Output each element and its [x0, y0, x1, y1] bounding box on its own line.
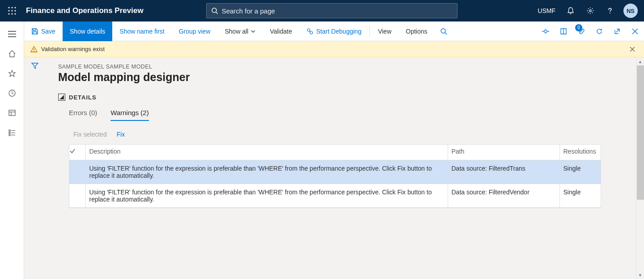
page-title: Model mapping designer [58, 71, 644, 84]
cell-path: Data source: FilteredTrans [448, 160, 559, 184]
validate-label: Validate [270, 28, 292, 35]
settings-button[interactable] [581, 0, 599, 21]
action-bar: Save Show details Show name first Group … [24, 21, 644, 41]
row-select-cell[interactable] [69, 160, 85, 184]
nav-recent[interactable] [0, 83, 24, 103]
find-button[interactable] [435, 21, 453, 41]
start-debugging-button[interactable]: Start Debugging [299, 21, 369, 41]
user-avatar[interactable]: NS [623, 4, 638, 18]
popout-icon [614, 28, 621, 35]
scroll-down-arrow[interactable]: ▼ [636, 271, 644, 279]
validation-banner: Validation warnings exist [24, 41, 644, 57]
attachments-button[interactable]: 0 [572, 21, 590, 41]
vertical-scrollbar[interactable]: ▲ ▼ [636, 57, 644, 279]
col-resolutions[interactable]: Resolutions [559, 145, 601, 160]
svg-point-34 [34, 51, 34, 52]
scroll-thumb[interactable] [637, 65, 644, 200]
options-label: Options [406, 28, 427, 35]
tab-errors[interactable]: Errors (0) [69, 109, 97, 121]
options-menu[interactable]: Options [398, 21, 434, 41]
refresh-button[interactable] [590, 21, 608, 41]
svg-point-4 [11, 10, 13, 11]
table-row[interactable]: Using 'FILTER' function for the expressi… [69, 184, 601, 207]
col-path[interactable]: Path [448, 145, 559, 160]
fix-button[interactable]: Fix [117, 131, 125, 138]
start-debugging-label: Start Debugging [316, 28, 361, 35]
help-button[interactable] [601, 0, 619, 21]
details-label: DETAILS [69, 94, 97, 101]
left-nav-rail [0, 21, 24, 279]
svg-point-12 [610, 13, 610, 13]
tab-warnings[interactable]: Warnings (2) [110, 109, 148, 121]
show-name-first-label: Show name first [119, 28, 164, 35]
company-picker[interactable]: USMF [533, 7, 560, 14]
show-all-label: Show all [225, 28, 249, 35]
save-button[interactable]: Save [24, 21, 63, 41]
svg-point-29 [441, 29, 445, 33]
global-search-input[interactable] [218, 7, 453, 15]
cell-description: Using 'FILTER' function for the expressi… [85, 160, 448, 184]
page-options-button[interactable] [555, 21, 572, 41]
cell-description: Using 'FILTER' function for the expressi… [85, 184, 448, 207]
nav-workspaces[interactable] [0, 103, 24, 123]
svg-point-2 [14, 7, 16, 8]
svg-line-28 [309, 31, 310, 32]
details-section-toggle[interactable]: DETAILS [58, 94, 644, 101]
personalize-button[interactable] [537, 21, 555, 41]
modules-icon [8, 129, 16, 137]
scroll-up-arrow[interactable]: ▲ [636, 57, 644, 65]
cell-resolutions: Single [559, 184, 601, 207]
filter-icon [31, 62, 39, 70]
show-all-dropdown[interactable]: Show all [218, 21, 263, 41]
svg-point-8 [14, 13, 16, 14]
banner-message: Validation warnings exist [41, 46, 105, 52]
diamond-icon [542, 28, 549, 35]
search-icon [211, 7, 218, 14]
chevron-down-icon [251, 29, 255, 34]
home-icon [8, 50, 16, 58]
hamburger-icon [8, 31, 16, 37]
global-search[interactable] [206, 3, 458, 18]
svg-line-30 [445, 33, 447, 34]
breadcrumb: SAMPLE MODEL SAMPLE MODEL [58, 64, 644, 70]
save-icon [31, 28, 38, 35]
gear-icon [586, 7, 594, 15]
grid-header-row: Description Path Resolutions [69, 145, 601, 160]
svg-point-11 [589, 10, 591, 12]
question-icon [606, 7, 614, 15]
select-all-header[interactable] [69, 145, 85, 160]
save-label: Save [41, 28, 55, 35]
close-page-button[interactable] [626, 21, 644, 41]
popout-button[interactable] [608, 21, 626, 41]
show-details-button[interactable]: Show details [63, 21, 112, 41]
separator [369, 26, 370, 37]
debug-icon [306, 28, 314, 35]
validate-button[interactable]: Validate [263, 21, 299, 41]
group-view-button[interactable]: Group view [172, 21, 218, 41]
svg-point-7 [11, 13, 13, 14]
show-name-first-button[interactable]: Show name first [112, 21, 171, 41]
close-icon [632, 28, 638, 34]
checkmark-icon [69, 148, 76, 154]
col-description[interactable]: Description [85, 145, 448, 160]
bell-icon [567, 7, 575, 15]
book-icon [560, 28, 567, 35]
view-menu[interactable]: View [371, 21, 398, 41]
row-select-cell[interactable] [69, 184, 85, 207]
details-tabs: Errors (0) Warnings (2) [58, 109, 644, 121]
clock-icon [8, 89, 16, 97]
nav-home[interactable] [0, 44, 24, 64]
banner-close-button[interactable] [627, 44, 638, 55]
svg-line-10 [216, 12, 218, 14]
table-row[interactable]: Using 'FILTER' function for the expressi… [69, 160, 601, 184]
collapse-box-icon [58, 94, 65, 101]
nav-favorites[interactable] [0, 64, 24, 83]
attachments-badge: 0 [575, 24, 582, 31]
app-launcher[interactable] [0, 0, 24, 21]
nav-collapse-button[interactable] [0, 24, 24, 44]
nav-modules[interactable] [0, 123, 24, 142]
svg-rect-17 [9, 110, 15, 116]
notifications-button[interactable] [562, 0, 580, 21]
filter-pane-toggle[interactable] [31, 62, 39, 279]
show-details-label: Show details [70, 28, 105, 35]
